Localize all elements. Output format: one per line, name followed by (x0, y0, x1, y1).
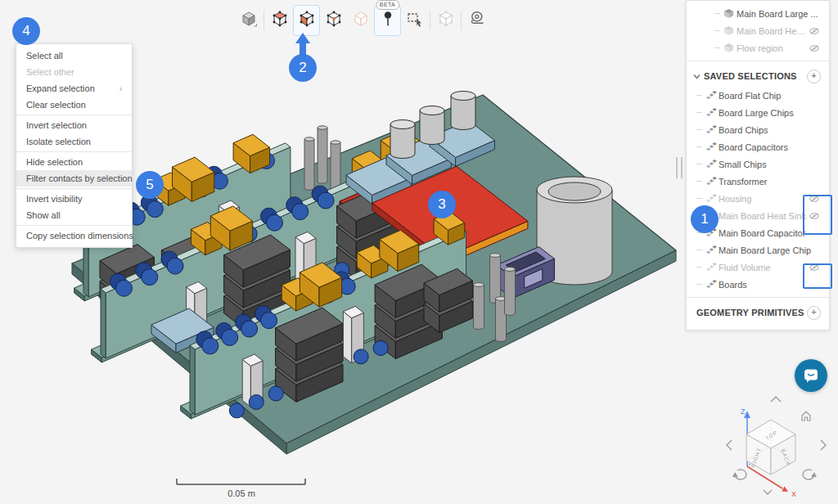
menu-item-label: Select all (26, 51, 63, 61)
tree-item-label: Board Flat Chip (719, 91, 821, 101)
face-selection-icon (705, 107, 719, 118)
add-geometry-primitive-button[interactable]: + (807, 306, 821, 320)
divider (687, 297, 829, 298)
selection-mode-button[interactable] (235, 5, 262, 36)
menu-group: Copy selection dimensions› (16, 225, 132, 245)
tree-item-transformer[interactable]: Transformer (687, 173, 829, 190)
nav-home-icon[interactable] (802, 412, 810, 421)
tree-item-flow-region[interactable]: Flow region (687, 39, 829, 56)
menu-item-label: Clear selection (26, 100, 86, 110)
tree-item-label: Board Large Chips (719, 108, 821, 118)
menu-item-label: Select other (26, 67, 74, 77)
tree-item-label: Flow region (737, 43, 808, 53)
cube-vertex-icon (325, 10, 343, 31)
scale-bar: 0.05 m (176, 478, 307, 501)
divider (687, 61, 829, 61)
tree-item-main-board-heat[interactable]: Main Board Heat ... (687, 22, 829, 39)
select-assembly-button[interactable] (432, 5, 459, 36)
saved-selections-header[interactable]: SAVED SELECTIONS + (687, 65, 829, 87)
menu-item-invert-selection[interactable]: Invert selection (16, 117, 132, 133)
tree-branch-line (696, 284, 702, 285)
selection-toolbar: BETA (235, 5, 490, 36)
panel-resize-handle[interactable] (676, 157, 683, 178)
probe-point-button[interactable]: BETA (374, 5, 401, 36)
view-cube[interactable]: TOP RIGHT BACK (746, 420, 795, 475)
navigation-cube[interactable]: Z X TOP RIGHT BACK (702, 391, 836, 502)
help-chat-button[interactable] (795, 359, 827, 392)
tree-branch-line (696, 95, 702, 96)
tree-branch-line (696, 198, 702, 199)
menu-item-label: Hide selection (26, 157, 83, 167)
select-vertices-button[interactable] (320, 5, 347, 36)
menu-item-invert-visibility[interactable]: Invert visibility (16, 191, 132, 207)
cube-faded-icon (437, 10, 455, 31)
probe-icon (379, 10, 397, 31)
menu-item-filter-contacts-by-selection[interactable]: Filter contacts by selection (16, 170, 132, 187)
box-select-button[interactable] (401, 5, 428, 36)
measure-tool-button[interactable] (463, 5, 490, 36)
tree-item-label: Main Board Heat ... (737, 26, 808, 36)
face-selection-icon (705, 193, 719, 204)
tree-item-board-large-chips[interactable]: Board Large Chips (687, 104, 829, 121)
nav-rotate-cw-icon[interactable] (803, 470, 814, 479)
menu-item-label: Isolate selection (26, 137, 91, 146)
select-volumes-button[interactable] (266, 5, 293, 36)
tree-branch-line (696, 112, 702, 113)
app-window: 0.05 m BETA (0, 0, 838, 504)
nav-up-chevron[interactable] (771, 397, 781, 402)
nav-right-chevron[interactable] (821, 440, 826, 450)
tree-item-label: Small Chips (719, 160, 821, 169)
tree-item-label: Main Board Heat Sink (719, 211, 808, 221)
menu-item-label: Copy selection dimensions (26, 231, 133, 241)
tree-item-label: Main Board Large Chip (719, 245, 821, 255)
tree-branch-line (696, 129, 702, 130)
menu-item-label: Expand selection (26, 83, 95, 93)
tree-item-main-board-large-chip[interactable]: Main Board Large Chip (687, 241, 829, 259)
visibility-eye-off-icon[interactable] (808, 43, 821, 53)
face-selection-icon (705, 124, 719, 135)
menu-item-label: Show all (26, 210, 61, 220)
select-edges-button[interactable] (347, 5, 374, 36)
face-selection-icon (705, 90, 719, 101)
annotation-badge-3: 3 (428, 191, 456, 218)
toolbar-divider (264, 11, 264, 30)
chat-bubble-icon (802, 367, 820, 385)
nav-rotate-ccw-icon[interactable] (735, 470, 746, 479)
tree-item-board-chips[interactable]: Board Chips (687, 121, 829, 138)
face-selection-icon (705, 159, 719, 169)
tree-branch-line (696, 146, 702, 147)
context-menu: Select allSelect otherExpand selection›C… (16, 43, 133, 248)
menu-item-label: Filter contacts by selection (26, 173, 133, 183)
annotation-badge-2: 2 (289, 54, 317, 82)
geometry-primitives-header[interactable]: GEOMETRY PRIMITIVES + (687, 302, 829, 323)
menu-item-clear-selection[interactable]: Clear selection (16, 97, 132, 113)
visibility-eye-off-icon[interactable] (808, 26, 821, 36)
face-selection-icon (705, 262, 719, 272)
scale-label: 0.05 m (228, 488, 255, 498)
menu-item-expand-selection[interactable]: Expand selection› (16, 80, 132, 97)
menu-item-select-all[interactable]: Select all (16, 47, 132, 64)
tree-item-label: Board Capacitors (719, 142, 821, 152)
cube-edge-faded-icon (352, 10, 370, 31)
menu-item-hide-selection[interactable]: Hide selection (16, 154, 132, 170)
tree-item-board-capacitors[interactable]: Board Capacitors (687, 138, 829, 155)
face-selection-icon (705, 245, 719, 255)
tree-item-small-chips[interactable]: Small Chips (687, 155, 829, 173)
tree-item-label: Board Chips (719, 125, 821, 135)
tree-item-main-board-large[interactable]: Main Board Large ... (687, 5, 829, 22)
menu-item-select-other[interactable]: Select other (16, 64, 132, 80)
annotation-badge-4: 4 (12, 17, 40, 45)
add-saved-selection-button[interactable]: + (807, 70, 821, 83)
menu-item-copy-selection-dimensions[interactable]: Copy selection dimensions› (16, 227, 132, 244)
tree-branch-line (714, 30, 720, 31)
geometry-items-list: Main Board Large ... Main Board Heat ...… (687, 5, 829, 56)
nav-down-chevron[interactable] (764, 490, 772, 494)
menu-item-isolate-selection[interactable]: Isolate selection (16, 133, 132, 150)
tree-item-board-flat-chip[interactable]: Board Flat Chip (687, 87, 829, 104)
menu-item-show-all[interactable]: Show all (16, 207, 132, 223)
measure-icon (468, 10, 486, 31)
nav-left-chevron[interactable] (727, 440, 732, 450)
tree-branch-line (696, 250, 702, 250)
geometry-primitives-title: GEOMETRY PRIMITIVES (696, 308, 807, 317)
tree-branch-line (696, 181, 702, 182)
